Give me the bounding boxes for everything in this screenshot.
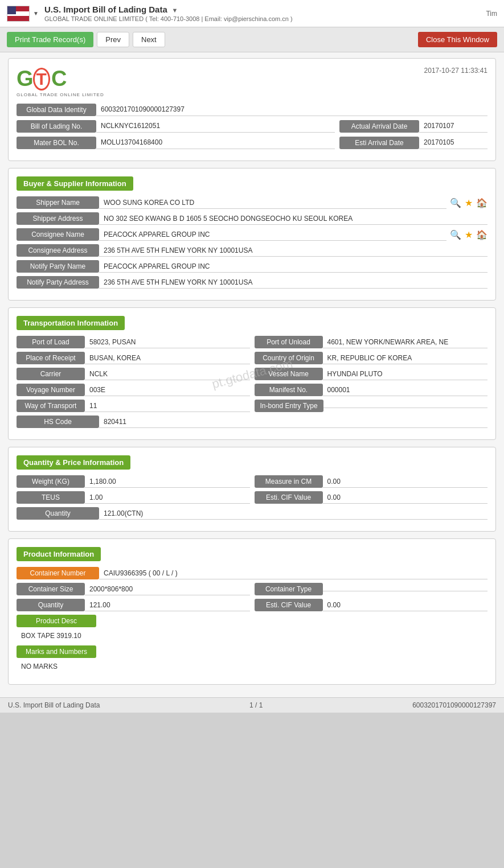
port-of-unload-label: Port of Unload bbox=[255, 336, 323, 348]
shipper-name-icons: 🔍 ★ 🏠 bbox=[450, 198, 487, 208]
carrier-col: Carrier NCLK bbox=[17, 368, 250, 380]
buyer-supplier-card: Buyer & Supplier Information Shipper Nam… bbox=[8, 168, 496, 301]
shipper-star-icon[interactable]: ★ bbox=[465, 198, 473, 208]
master-bol-row: Mater BOL No. MOLU13704168400 Esti Arriv… bbox=[17, 136, 487, 149]
close-window-button[interactable]: Close This Window bbox=[418, 32, 497, 47]
consignee-search-icon[interactable]: 🔍 bbox=[450, 229, 461, 240]
port-of-load-value: 58023, PUSAN bbox=[85, 336, 250, 348]
esti-cif-label: Esti. CIF Value bbox=[255, 491, 323, 504]
carrier-vessel-row: Carrier NCLK Vessel Name HYUNDAI PLUTO bbox=[17, 368, 487, 380]
title-dropdown-arrow[interactable]: ▼ bbox=[171, 7, 178, 14]
consignee-star-icon[interactable]: ★ bbox=[465, 229, 473, 240]
product-esti-cif-label: Esti. CIF Value bbox=[255, 599, 323, 611]
logo-g: G bbox=[17, 67, 32, 91]
product-quantity-label: Quantity bbox=[17, 599, 85, 611]
marks-numbers-label: Marks and Numbers bbox=[17, 645, 96, 658]
product-header: Product Information bbox=[17, 547, 101, 561]
product-card: Product Information Container Number CAI… bbox=[8, 538, 496, 685]
shipper-home-icon[interactable]: 🏠 bbox=[476, 198, 487, 208]
carrier-label: Carrier bbox=[17, 368, 85, 380]
identity-card: G T C GLOBAL TRADE ONLINE LIMITED 2017-1… bbox=[8, 58, 496, 161]
port-of-load-label: Port of Load bbox=[17, 336, 85, 348]
next-button[interactable]: Next bbox=[133, 32, 165, 47]
teus-label: TEUS bbox=[17, 491, 85, 504]
quantity-price-card: Quantity & Price Information Weight (KG)… bbox=[8, 447, 496, 532]
consignee-name-row: Consignee Name PEACOCK APPAREL GROUP INC… bbox=[17, 228, 487, 241]
esti-cif-value: 0.00 bbox=[323, 492, 488, 504]
weight-label: Weight (KG) bbox=[17, 475, 85, 488]
port-of-load-col: Port of Load 58023, PUSAN bbox=[17, 336, 250, 348]
hs-code-row: HS Code 820411 bbox=[17, 416, 487, 428]
actual-arrival-value: 20170107 bbox=[419, 120, 487, 133]
port-of-unload-col: Port of Unload 4601, NEW YORK/NEWARK ARE… bbox=[255, 336, 488, 348]
header-title-block: U.S. Import Bill of Lading Data ▼ GLOBAL… bbox=[44, 5, 293, 22]
container-size-value: 2000*806*800 bbox=[85, 583, 250, 595]
manifest-no-col: Manifest No. 000001 bbox=[255, 384, 488, 396]
container-number-row: Container Number CAIU9366395 ( 00 / L / … bbox=[17, 567, 487, 579]
marks-numbers-value: NO MARKS bbox=[17, 660, 487, 673]
logo-company: GLOBAL TRADE ONLINE LIMITED bbox=[17, 92, 104, 97]
container-type-value bbox=[323, 587, 488, 591]
logo-t: T bbox=[33, 68, 50, 90]
marks-numbers-row: Marks and Numbers NO MARKS bbox=[17, 645, 487, 673]
consignee-home-icon[interactable]: 🏠 bbox=[476, 229, 487, 240]
shipper-address-label: Shipper Address bbox=[17, 212, 99, 225]
container-size-col: Container Size 2000*806*800 bbox=[17, 583, 250, 595]
product-desc-row: Product Desc BOX TAPE 3919.10 bbox=[17, 615, 487, 642]
bill-of-lading-label: Bill of Lading No. bbox=[17, 120, 96, 133]
quantity-row: Quantity 121.00(CTN) bbox=[17, 507, 487, 520]
inbond-entry-col: In-bond Entry Type bbox=[255, 400, 488, 412]
notify-party-address-value: 236 5TH AVE 5TH FLNEW YORK NY 10001USA bbox=[99, 277, 487, 289]
bol-row: Bill of Lading No. NCLKNYC1612051 Actual… bbox=[17, 120, 487, 133]
way-of-transport-label: Way of Transport bbox=[17, 400, 85, 412]
esti-arrival-value: 20170105 bbox=[419, 136, 487, 149]
container-type-label: Container Type bbox=[255, 583, 323, 595]
voyage-number-value: 003E bbox=[85, 384, 250, 396]
toolbar: Print Trade Record(s) Prev Next Close Th… bbox=[0, 27, 504, 52]
teus-cif-row: TEUS 1.00 Esti. CIF Value 0.00 bbox=[17, 491, 487, 504]
footer-right: 6003201701090000127397 bbox=[412, 701, 496, 709]
carrier-value: NCLK bbox=[85, 368, 250, 380]
weight-value: 1,180.00 bbox=[85, 476, 250, 488]
flag-dropdown-arrow[interactable]: ▼ bbox=[33, 10, 39, 17]
product-quantity-col: Quantity 121.00 bbox=[17, 599, 250, 611]
notify-party-address-label: Notify Party Address bbox=[17, 276, 99, 289]
vessel-name-col: Vessel Name HYUNDAI PLUTO bbox=[255, 368, 488, 380]
port-row: Port of Load 58023, PUSAN Port of Unload… bbox=[17, 336, 487, 348]
footer: U.S. Import Bill of Lading Data 1 / 1 60… bbox=[0, 697, 504, 713]
quantity-price-header: Quantity & Price Information bbox=[17, 455, 130, 470]
logo-row: G T C GLOBAL TRADE ONLINE LIMITED 2017-1… bbox=[17, 67, 487, 97]
vessel-name-value: HYUNDAI PLUTO bbox=[323, 368, 488, 380]
app-header: ▼ U.S. Import Bill of Lading Data ▼ GLOB… bbox=[0, 0, 504, 27]
place-of-receipt-label: Place of Receipt bbox=[17, 352, 85, 364]
teus-value: 1.00 bbox=[85, 492, 250, 504]
weight-col: Weight (KG) 1,180.00 bbox=[17, 475, 250, 488]
flag-icon bbox=[7, 6, 30, 22]
prev-button[interactable]: Prev bbox=[97, 32, 129, 47]
measure-value: 0.00 bbox=[323, 476, 488, 488]
teus-col: TEUS 1.00 bbox=[17, 491, 250, 504]
consignee-address-row: Consignee Address 236 5TH AVE 5TH FLNEW … bbox=[17, 244, 487, 257]
notify-party-name-label: Notify Party Name bbox=[17, 260, 99, 273]
shipper-name-value: WOO SUNG KOREA CO LTD bbox=[99, 197, 446, 209]
footer-center: 1 / 1 bbox=[249, 701, 263, 709]
hs-code-value: 820411 bbox=[99, 416, 487, 428]
port-of-unload-value: 4601, NEW YORK/NEWARK AREA, NE bbox=[323, 336, 488, 348]
place-of-receipt-value: BUSAN, KOREA bbox=[85, 352, 250, 364]
vessel-name-label: Vessel Name bbox=[255, 368, 323, 380]
voyage-number-label: Voyage Number bbox=[17, 384, 85, 396]
notify-party-name-value: PEACOCK APPAREL GROUP INC bbox=[99, 261, 487, 273]
global-data-identity-value: 6003201701090000127397 bbox=[96, 103, 487, 116]
shipper-search-icon[interactable]: 🔍 bbox=[450, 198, 461, 208]
shipper-address-row: Shipper Address NO 302 SEO KWANG B D 160… bbox=[17, 212, 487, 225]
product-quantity-value: 121.00 bbox=[85, 599, 250, 611]
transportation-header: Transportation Information bbox=[17, 316, 125, 330]
consignee-name-value: PEACOCK APPAREL GROUP INC bbox=[99, 229, 446, 241]
quantity-label: Quantity bbox=[17, 507, 99, 520]
consignee-name-label: Consignee Name bbox=[17, 228, 99, 241]
print-button[interactable]: Print Trade Record(s) bbox=[7, 32, 93, 47]
measure-label: Measure in CM bbox=[255, 475, 323, 488]
product-desc-label: Product Desc bbox=[17, 615, 96, 627]
way-of-transport-col: Way of Transport 11 bbox=[17, 400, 250, 412]
actual-arrival-label: Actual Arrival Date bbox=[339, 120, 419, 133]
